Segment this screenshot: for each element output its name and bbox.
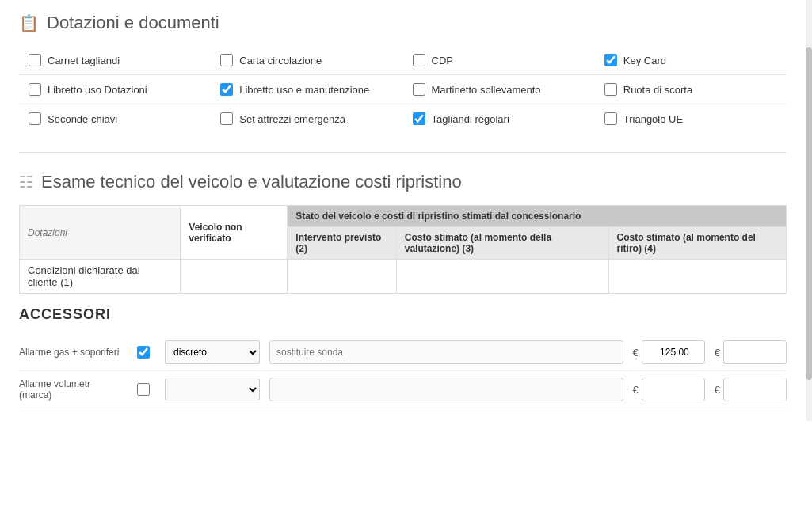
checkbox-carta[interactable]	[220, 54, 233, 66]
accessori-check-wrapper-0	[132, 346, 155, 359]
euro-input2-1[interactable]	[723, 378, 787, 401]
euro-input2-0[interactable]	[723, 340, 787, 364]
checkbox-cdp[interactable]	[413, 54, 425, 66]
label-librettoman: Libretto uso e manutenzione	[239, 84, 369, 96]
checkbox-item-martinetto: Martinetto sollevamento	[413, 83, 585, 96]
accessori-check-wrapper-1	[132, 383, 155, 396]
checkbox-item-keycard: Key Card	[604, 54, 777, 66]
dotazioni-cell-0-3: Key Card	[595, 46, 787, 75]
euro-symbol1-1: €	[633, 384, 639, 396]
col-stato: Stato del veicolo e costi di ripristino …	[288, 206, 787, 227]
dotazioni-cell-0-0: Carnet tagliandi	[19, 46, 211, 75]
checkbox-item-setattrezzi: Set attrezzi emergenza	[220, 112, 393, 125]
dotazioni-cell-2-0: Seconde chiavi	[19, 104, 211, 134]
accessori-label-1: Allarme volumetr (marca)	[19, 378, 122, 401]
checkbox-item-carta: Carta circolazione	[220, 54, 393, 66]
accessori-rows: Allarme gas + soporiferidiscretobuonoott…	[19, 334, 787, 408]
label-cdp: CDP	[432, 55, 453, 66]
checkbox-librettodot[interactable]	[29, 83, 41, 96]
dotazioni-cell-1-3: Ruota di scorta	[595, 75, 787, 104]
accessori-select-0[interactable]: discretobuonoottimoscarso	[165, 340, 260, 364]
empty-cell-4	[608, 260, 786, 294]
label-triangolo: Triangolo UE	[623, 113, 683, 125]
section1-header: 📋 Dotazioni e documenti	[19, 13, 787, 33]
checkbox-setattrezzi[interactable]	[220, 112, 233, 125]
accessori-checkbox-1[interactable]	[137, 383, 150, 396]
accessori-row-0: Allarme gas + soporiferidiscretobuonoott…	[19, 334, 787, 371]
euro-input1-1[interactable]	[642, 378, 705, 401]
dotazioni-row-1: Libretto uso DotazioniLibretto uso e man…	[19, 75, 787, 104]
euro-symbol2-1: €	[715, 384, 720, 396]
checkbox-triangolo[interactable]	[604, 112, 617, 125]
accessori-title: ACCESSORI	[19, 306, 787, 323]
accessori-select-1[interactable]: discretobuonoottimoscarso	[165, 378, 260, 401]
dotazioni-cell-1-0: Libretto uso Dotazioni	[19, 75, 211, 104]
accessori-text-0[interactable]	[269, 340, 623, 364]
scrollbar-thumb[interactable]	[806, 47, 812, 380]
dotazioni-section: 📋 Dotazioni e documenti Carnet tagliandi…	[0, 0, 806, 146]
checkbox-item-cdp: CDP	[413, 54, 585, 66]
dotazioni-row-0: Carnet tagliandiCarta circolazioneCDPKey…	[19, 46, 787, 75]
checkbox-martinetto[interactable]	[413, 83, 425, 96]
accessori-label-0: Allarme gas + soporiferi	[19, 347, 122, 358]
euro-group2-0: €	[715, 340, 787, 364]
dotazioni-cell-1-2: Martinetto sollevamento	[403, 75, 595, 104]
checkbox-ruota[interactable]	[604, 83, 617, 96]
label-carnet: Carnet tagliandi	[48, 55, 120, 66]
dotazioni-cell-2-2: Tagliandi regolari	[403, 104, 595, 134]
euro-symbol2-0: €	[715, 347, 720, 359]
empty-cell-2	[288, 260, 396, 294]
label-keycard: Key Card	[623, 55, 666, 66]
section1-title: Dotazioni e documenti	[47, 13, 219, 33]
col-costo-val: Costo stimato (al momento della valutazi…	[396, 227, 608, 260]
dotazioni-cell-1-1: Libretto uso e manutenzione	[211, 75, 402, 104]
label-librettodot: Libretto uso Dotazioni	[48, 84, 147, 96]
euro-group2-1: €	[715, 378, 787, 401]
checkbox-item-secondechiavi: Seconde chiavi	[29, 112, 201, 125]
label-martinetto: Martinetto sollevamento	[432, 84, 541, 96]
euro-symbol1-0: €	[633, 347, 639, 359]
table-condizioni-row: Condizioni dichiarate dal cliente (1)	[20, 260, 787, 294]
col-intervento: Intervento previsto (2)	[288, 227, 396, 260]
checkbox-item-librettoman: Libretto uso e manutenzione	[220, 83, 393, 96]
dotazioni-cell-0-2: CDP	[403, 46, 595, 75]
empty-cell-3	[396, 260, 608, 294]
dotazioni-cell-0-1: Carta circolazione	[211, 46, 402, 75]
checkbox-carnet[interactable]	[29, 54, 41, 66]
checkbox-item-tagliandi: Tagliandi regolari	[413, 112, 585, 125]
checkbox-item-librettodot: Libretto uso Dotazioni	[29, 83, 201, 96]
col-veicolo: Veicolo non verificato	[181, 206, 288, 260]
euro-group1-1: €	[633, 378, 705, 401]
label-tagliandi: Tagliandi regolari	[432, 113, 509, 125]
checkbox-tagliandi[interactable]	[413, 112, 425, 125]
section2-title: Esame tecnico del veicolo e valutazione …	[41, 172, 462, 192]
euro-input1-0[interactable]	[642, 340, 705, 364]
esame-table: Dotazioni Veicolo non verificato Stato d…	[19, 205, 787, 294]
dotazioni-cell-2-3: Triangolo UE	[595, 104, 787, 134]
esame-section: ☷ Esame tecnico del veicolo e valutazion…	[0, 159, 806, 294]
col-dotazioni: Dotazioni	[20, 206, 181, 260]
accessori-section: ACCESSORI Allarme gas + soporiferidiscre…	[0, 294, 806, 421]
table-header-row: Dotazioni Veicolo non verificato Stato d…	[20, 206, 787, 227]
scrollbar-track	[806, 0, 812, 421]
checkbox-item-ruota: Ruota di scorta	[604, 83, 777, 96]
checkbox-secondechiavi[interactable]	[29, 112, 41, 125]
checkbox-keycard[interactable]	[604, 54, 617, 66]
label-ruota: Ruota di scorta	[623, 84, 692, 96]
list-icon: ☷	[19, 173, 33, 192]
dotazioni-row-2: Seconde chiaviSet attrezzi emergenzaTagl…	[19, 104, 787, 134]
col-costo-ritiro: Costo stimato (al momento del ritiro) (4…	[608, 227, 786, 260]
clipboard-icon: 📋	[19, 13, 39, 32]
accessori-checkbox-0[interactable]	[137, 346, 150, 359]
dotazioni-cell-2-1: Set attrezzi emergenza	[211, 104, 402, 134]
condizioni-label: Condizioni dichiarate dal cliente (1)	[20, 260, 181, 294]
label-secondechiavi: Seconde chiavi	[48, 113, 117, 125]
accessori-text-1[interactable]	[269, 378, 623, 401]
checkbox-item-carnet: Carnet tagliandi	[29, 54, 201, 66]
checkbox-librettoman[interactable]	[220, 83, 233, 96]
checkbox-item-triangolo: Triangolo UE	[604, 112, 777, 125]
accessori-row-1: Allarme volumetr (marca)discretobuonoott…	[19, 371, 787, 408]
euro-group1-0: €	[633, 340, 705, 364]
label-carta: Carta circolazione	[239, 55, 322, 66]
dotazioni-table: Carnet tagliandiCarta circolazioneCDPKey…	[19, 46, 787, 133]
